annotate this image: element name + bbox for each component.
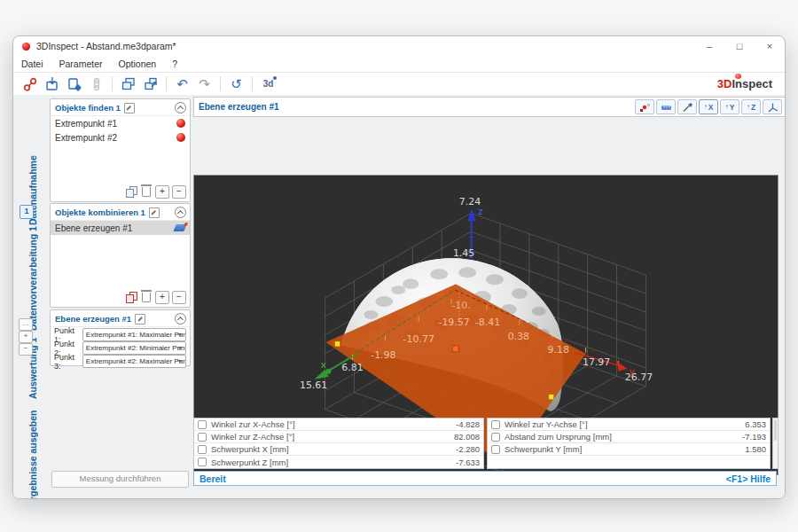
- collapse-panel-icon[interactable]: [175, 313, 186, 325]
- result-row-empty: [488, 456, 770, 468]
- panel-header: Objekte finden 1: [51, 99, 190, 116]
- panel-ebene-erzeugen: Ebene erzeugen #1 Punkt 1: Extrempunkt #…: [50, 309, 191, 366]
- window-title: 3DInspect - Abstand.me3dparam*: [36, 41, 176, 51]
- copy-view-icon[interactable]: [117, 75, 139, 93]
- z-tick-label: 1.45: [453, 247, 474, 259]
- app-window: 3DInspect - Abstand.me3dparam* – □ × Dat…: [12, 35, 786, 499]
- x-axis-letter: x: [321, 359, 327, 371]
- punkt2-select[interactable]: Extrempunkt #2: Minimaler Punkt: [82, 341, 186, 355]
- redo-icon[interactable]: ↷: [193, 75, 215, 93]
- brand-logo: 3DInspect: [717, 77, 772, 90]
- svg-text:15.61: 15.61: [300, 379, 327, 391]
- measure-points-button[interactable]: [635, 99, 654, 114]
- title-bar[interactable]: 3DInspect - Abstand.me3dparam* – □ ×: [13, 36, 785, 56]
- pick-point-button[interactable]: [677, 99, 697, 114]
- z-axis-letter: z: [478, 206, 483, 217]
- svg-text:-8.41: -8.41: [475, 317, 500, 328]
- item-label: Extrempunkt #1: [55, 119, 117, 129]
- results-scrollbar[interactable]: [772, 418, 778, 469]
- reset-view-icon[interactable]: ↺: [225, 75, 247, 93]
- centroid-marker: [452, 346, 458, 352]
- status-bar: Bereit <F1> Hilfe: [193, 471, 777, 486]
- view-z-button[interactable]: ↑Z: [741, 99, 761, 114]
- panel-objekte-kombinieren: Objekte kombinieren 1 Ebene erzeugen #1 …: [50, 203, 191, 308]
- evaluation-more-button[interactable]: …: [19, 318, 33, 331]
- result-row: Winkel zur Y-Achse [°] 6.353: [488, 419, 770, 431]
- up-arrow-icon: ↑: [725, 103, 729, 111]
- list-item-ebene-erzeugen[interactable]: Ebene erzeugen #1: [51, 221, 190, 235]
- maximize-button[interactable]: □: [733, 41, 746, 51]
- result-row: Abstand zum Ursprung [mm] -7.193: [488, 431, 770, 443]
- list-item-extrempunkt-1[interactable]: Extrempunkt #1: [51, 116, 190, 130]
- toolbar-separator: [220, 76, 221, 91]
- 3d-view-icon[interactable]: 3d: [257, 75, 279, 93]
- menu-optionen[interactable]: Optionen: [119, 59, 157, 69]
- run-measurement-button[interactable]: Messung durchführen: [51, 471, 189, 488]
- result-checkbox[interactable]: [198, 420, 207, 429]
- panel-objekte-finden: Objekte finden 1 Extrempunkt #1 Extrempu…: [50, 98, 191, 202]
- rename-icon[interactable]: [149, 207, 160, 218]
- panel-title: Objekte finden 1: [55, 103, 121, 113]
- undo-icon[interactable]: ↶: [171, 75, 193, 93]
- panel-header: Objekte kombinieren 1: [51, 204, 190, 221]
- menu-parameter[interactable]: Parameter: [59, 59, 103, 69]
- menu-datei[interactable]: Datei: [21, 59, 43, 69]
- collapse-panel-icon[interactable]: [175, 102, 186, 113]
- save-parameters-icon[interactable]: [63, 75, 85, 93]
- sidebar-tab-ergebnisse[interactable]: Ergebnisse ausgeben: [26, 410, 40, 499]
- delete-icon[interactable]: [142, 187, 151, 197]
- view-x-button[interactable]: ↑X: [699, 99, 718, 114]
- preprocessing-count-badge[interactable]: 1: [20, 205, 34, 219]
- remove-object-button[interactable]: −: [172, 291, 186, 304]
- rename-icon[interactable]: [124, 103, 135, 113]
- item-label: Ebene erzeugen #1: [55, 223, 132, 233]
- add-object-button[interactable]: +: [155, 291, 169, 304]
- connect-sensor-icon[interactable]: [19, 75, 41, 93]
- svg-text:17.97: 17.97: [583, 356, 610, 368]
- evaluation-add-button[interactable]: +: [19, 331, 33, 343]
- results-column-left: Winkel zur X-Achse [°] -4.828 Winkel zur…: [193, 418, 484, 469]
- panel-title: Ebene erzeugen #1: [55, 314, 131, 324]
- export-view-icon[interactable]: [139, 75, 161, 93]
- result-checkbox[interactable]: [198, 433, 207, 442]
- result-checkbox[interactable]: [491, 433, 500, 442]
- toolbar: ↶ ↷ ↺ 3d 3DInspect: [13, 72, 785, 96]
- help-hint[interactable]: <F1> Hilfe: [726, 473, 771, 484]
- svg-text:-10.: -10.: [451, 300, 470, 311]
- sidebar-tab-datenvorverarbeitung[interactable]: Datenvorverarbeitung 1: [26, 229, 40, 328]
- extreme-point-icon: [176, 133, 185, 142]
- punkt3-select[interactable]: Extrempunkt #2: Maximaler Punkt: [82, 355, 186, 368]
- add-object-button[interactable]: +: [155, 185, 169, 199]
- delete-icon[interactable]: [142, 293, 151, 302]
- extreme-point-icon: [176, 119, 185, 128]
- toolbar-separator: [166, 76, 167, 91]
- rename-icon[interactable]: [135, 314, 145, 325]
- punkt1-select[interactable]: Extrempunkt #1: Maximaler Punkt: [82, 328, 186, 341]
- minimize-button[interactable]: –: [703, 41, 716, 51]
- result-checkbox[interactable]: [491, 445, 500, 454]
- list-item-extrempunkt-2[interactable]: Extrempunkt #2: [51, 130, 190, 145]
- iso-view-button[interactable]: [763, 99, 782, 114]
- remove-object-button[interactable]: −: [172, 185, 186, 199]
- evaluation-remove-button[interactable]: −: [19, 343, 33, 356]
- duplicate-icon[interactable]: [126, 292, 137, 303]
- distance-tool-button[interactable]: [656, 99, 676, 114]
- up-arrow-icon: ↑: [704, 103, 708, 111]
- close-button[interactable]: ×: [763, 41, 776, 51]
- up-arrow-icon: ↑: [747, 103, 750, 111]
- result-checkbox[interactable]: [198, 458, 207, 466]
- view-y-button[interactable]: ↑Y: [720, 99, 739, 114]
- panel-title: Objekte kombinieren 1: [55, 207, 145, 217]
- field-label: Punkt 3:: [54, 353, 82, 371]
- duplicate-icon[interactable]: [126, 186, 137, 198]
- item-label: Extrempunkt #2: [55, 133, 117, 143]
- result-checkbox[interactable]: [198, 445, 207, 454]
- result-checkbox[interactable]: [491, 420, 500, 429]
- svg-text:-1.98: -1.98: [371, 349, 395, 361]
- result-row: Schwerpunkt Z [mm] -7.633: [194, 456, 483, 468]
- plane-point-marker-1: [335, 341, 340, 347]
- load-parameters-icon[interactable]: [41, 75, 63, 93]
- collapse-panel-icon[interactable]: [175, 207, 186, 218]
- menu-help[interactable]: ?: [172, 59, 177, 69]
- sensor-settings-icon-disabled: [85, 75, 107, 93]
